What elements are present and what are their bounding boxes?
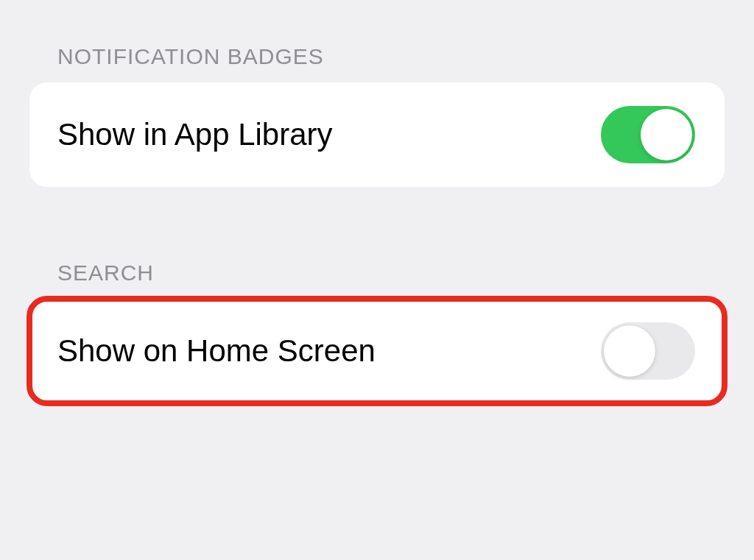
toggle-knob-icon: [604, 325, 655, 377]
setting-row-app-library[interactable]: Show in App Library: [29, 82, 725, 187]
setting-label-app-library: Show in App Library: [57, 117, 333, 152]
toggle-app-library[interactable]: [601, 106, 695, 163]
toggle-home-screen[interactable]: [601, 322, 695, 380]
section-header-search: SEARCH: [29, 260, 725, 286]
setting-label-home-screen: Show on Home Screen: [57, 333, 376, 369]
setting-row-home-screen[interactable]: Show on Home Screen: [29, 299, 725, 403]
section-gap: [29, 187, 725, 260]
toggle-knob-icon: [641, 109, 692, 160]
section-header-notification-badges: NOTIFICATION BADGES: [29, 44, 725, 69]
settings-container: NOTIFICATION BADGES Show in App Library …: [0, 0, 754, 403]
